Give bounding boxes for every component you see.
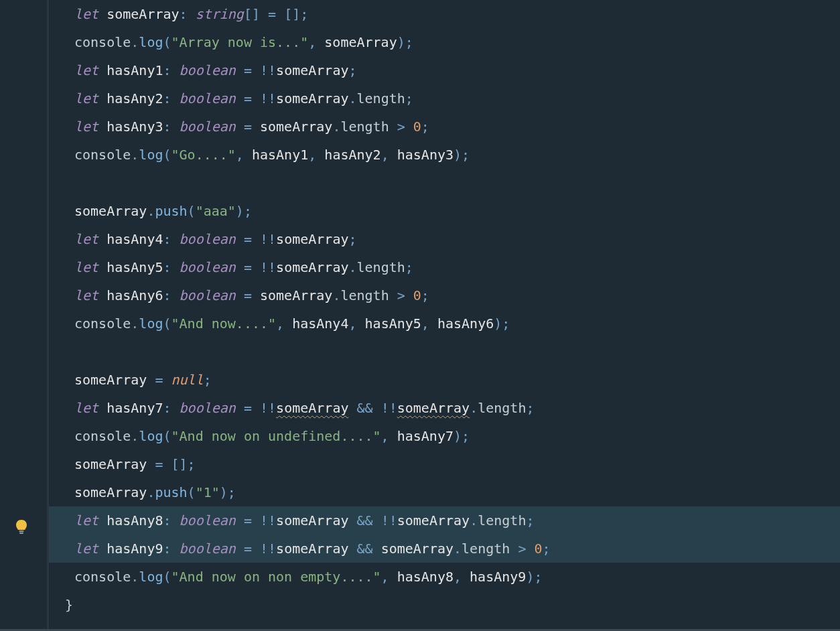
identifier: someArray <box>276 231 348 247</box>
equals: = <box>244 259 252 275</box>
string-literal: And now on undefined.... <box>180 428 373 444</box>
identifier: hasAny8 <box>397 569 453 585</box>
code-area[interactable]: let someArray: string[] = []; console.lo… <box>49 0 840 631</box>
semicolon: ; <box>348 231 356 247</box>
gutter <box>0 0 47 631</box>
code-line[interactable]: console.log("And now on non empty....", … <box>49 563 840 591</box>
code-line[interactable]: someArray = []; <box>49 450 840 478</box>
colon: : <box>180 6 188 22</box>
identifier: someArray <box>381 541 453 557</box>
identifier: hasAny2 <box>324 147 380 163</box>
not-not: !! <box>381 512 397 529</box>
identifier: console <box>74 569 131 585</box>
comma: , <box>236 147 244 163</box>
dot: . <box>147 203 155 219</box>
code-line[interactable]: let hasAny7: boolean = !!someArray && !!… <box>49 394 840 422</box>
code-line[interactable]: console.log("Go....", hasAny1, hasAny2, … <box>49 141 840 169</box>
colon: : <box>163 541 171 557</box>
semicolon: ; <box>348 62 356 78</box>
keyword-let: let <box>74 6 98 22</box>
keyword-let: let <box>74 259 98 275</box>
identifier: someArray <box>74 456 147 472</box>
paren: ); <box>453 147 470 163</box>
code-line[interactable]: console.log("Array now is...", someArray… <box>49 28 840 56</box>
keyword-let: let <box>74 62 98 78</box>
dot: . <box>332 119 340 135</box>
dot: . <box>348 90 356 107</box>
equals: = <box>244 512 252 529</box>
type-boolean: boolean <box>180 512 236 529</box>
colon: : <box>163 400 171 416</box>
identifier: someArray <box>324 34 397 50</box>
not-not: !! <box>260 512 276 529</box>
code-line[interactable]: console.log("And now....", hasAny4, hasA… <box>49 309 840 338</box>
code-line[interactable]: } <box>49 591 840 619</box>
identifier: hasAny1 <box>107 62 163 78</box>
quote: " <box>171 34 180 50</box>
equals: = <box>268 6 276 22</box>
code-line[interactable]: someArray = null; <box>49 366 840 394</box>
type-boolean: boolean <box>180 90 236 107</box>
quote: " <box>212 484 220 500</box>
code-line[interactable]: let someArray: string[] = []; <box>49 0 840 28</box>
quote: " <box>373 428 381 444</box>
property: length <box>478 400 526 416</box>
blank-line[interactable] <box>49 338 840 366</box>
property: length <box>357 259 405 275</box>
quote: " <box>171 569 180 585</box>
code-line[interactable]: let hasAny6: boolean = someArray.length … <box>49 281 840 309</box>
function-name: log <box>139 569 163 585</box>
greater-than: > <box>397 119 405 135</box>
identifier: hasAny6 <box>107 287 163 303</box>
not-not: !! <box>260 400 276 416</box>
function-name: log <box>139 316 163 332</box>
greater-than: > <box>397 287 405 303</box>
code-line-selected[interactable]: let hasAny9: boolean = !!someArray && so… <box>49 535 840 563</box>
code-line[interactable]: someArray.push("1"); <box>49 478 840 506</box>
paren: ); <box>397 34 413 50</box>
not-not: !! <box>260 231 276 247</box>
quote: " <box>171 147 180 163</box>
identifier: hasAny2 <box>107 90 163 107</box>
dot: . <box>131 428 139 444</box>
number-literal: 0 <box>534 541 542 557</box>
code-line[interactable]: let hasAny2: boolean = !!someArray.lengt… <box>49 84 840 113</box>
comma: , <box>421 316 429 332</box>
semicolon: ; <box>526 512 534 529</box>
code-line[interactable]: let hasAny5: boolean = !!someArray.lengt… <box>49 253 840 281</box>
semicolon: ; <box>543 541 551 557</box>
identifier: someArray <box>260 287 332 303</box>
paren: ( <box>163 428 171 444</box>
code-line[interactable]: let hasAny4: boolean = !!someArray; <box>49 225 840 253</box>
code-line[interactable]: someArray.push("aaa"); <box>49 197 840 225</box>
code-line[interactable]: let hasAny1: boolean = !!someArray; <box>49 56 840 84</box>
paren: ( <box>163 147 171 163</box>
empty-array: []; <box>284 6 308 22</box>
not-not: !! <box>381 400 397 416</box>
logical-and: && <box>357 512 373 529</box>
lightbulb-icon[interactable] <box>15 519 28 535</box>
paren: ( <box>163 34 171 50</box>
identifier: someArray <box>397 512 470 529</box>
semicolon: ; <box>421 119 429 135</box>
identifier: hasAny4 <box>292 316 348 332</box>
comma: , <box>276 316 284 332</box>
blank-line[interactable] <box>49 169 840 197</box>
function-name: log <box>139 34 163 50</box>
code-line[interactable]: console.log("And now on undefined....", … <box>49 422 840 450</box>
identifier-warning: someArray <box>276 400 348 416</box>
code-editor[interactable]: let someArray: string[] = []; console.lo… <box>0 0 840 631</box>
comma: , <box>381 569 389 585</box>
type-boolean: boolean <box>180 400 236 416</box>
quote: " <box>268 316 276 332</box>
logical-and: && <box>357 541 373 557</box>
identifier: hasAny7 <box>107 400 163 416</box>
code-line-selected[interactable]: let hasAny8: boolean = !!someArray && !!… <box>49 506 840 535</box>
comma: , <box>381 147 389 163</box>
identifier: console <box>74 428 131 444</box>
semicolon: ; <box>405 90 413 107</box>
code-line[interactable]: let hasAny3: boolean = someArray.length … <box>49 113 840 141</box>
not-not: !! <box>260 541 276 557</box>
keyword-let: let <box>74 541 98 557</box>
colon: : <box>163 62 171 78</box>
